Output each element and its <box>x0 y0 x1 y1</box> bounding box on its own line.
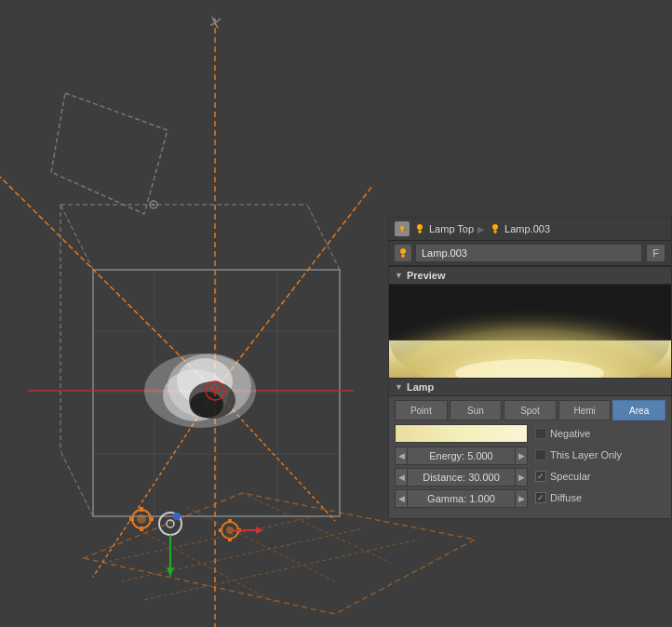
specular-checkbox[interactable] <box>535 471 546 482</box>
name-row: F <box>389 241 671 266</box>
breadcrumb-lamp-top: Lamp Top <box>413 222 474 235</box>
svg-rect-45 <box>140 527 143 531</box>
negative-checkbox[interactable] <box>535 428 546 439</box>
diffuse-label: Diffuse <box>550 492 582 503</box>
lamp-context-icon <box>395 221 410 236</box>
svg-rect-54 <box>219 528 222 532</box>
fake-user-button[interactable]: F <box>646 244 665 262</box>
svg-point-67 <box>492 224 498 230</box>
point-button[interactable]: Point <box>395 400 448 420</box>
lamp-arrow: ▼ <box>395 382 403 392</box>
negative-row: Negative <box>535 424 665 443</box>
properties-panel: Lamp Top ▶ Lamp.003 F ▼ Preview <box>388 217 672 519</box>
svg-point-64 <box>417 224 423 230</box>
distance-slider-row: ◀ Distance: 30.000 ▶ <box>395 468 528 487</box>
gamma-decrement[interactable]: ◀ <box>395 489 408 508</box>
distance-slider[interactable]: Distance: 30.000 <box>408 468 515 487</box>
breadcrumb-lamp-top-label: Lamp Top <box>429 223 474 234</box>
area-button[interactable]: Area <box>612 400 665 420</box>
svg-point-62 <box>400 226 404 230</box>
specular-label: Specular <box>550 471 590 482</box>
gamma-increment[interactable]: ▶ <box>515 489 528 508</box>
svg-point-43 <box>137 514 146 524</box>
distance-decrement[interactable]: ◀ <box>395 468 408 487</box>
energy-slider-row: ◀ Energy: 5.000 ▶ <box>395 447 528 465</box>
lamp-section-header[interactable]: ▼ Lamp <box>389 378 671 396</box>
svg-rect-53 <box>228 538 232 541</box>
gamma-slider[interactable]: Gamma: 1.000 <box>408 489 515 508</box>
energy-decrement[interactable]: ◀ <box>395 447 408 465</box>
svg-point-51 <box>226 527 234 534</box>
lamp-section-title: Lamp <box>407 381 434 393</box>
color-checkboxes-row: ◀ Energy: 5.000 ▶ ◀ Distance: 30.000 <box>395 424 665 511</box>
breadcrumb-lamp003: Lamp.003 <box>489 222 550 235</box>
lamp-icon-2 <box>489 222 502 235</box>
preview-arrow: ▼ <box>395 271 403 280</box>
energy-slider[interactable]: Energy: 5.000 <box>408 447 515 465</box>
this-layer-only-checkbox[interactable] <box>535 449 546 460</box>
color-picker[interactable] <box>395 424 528 443</box>
svg-rect-47 <box>149 517 154 521</box>
lamp-type-icon <box>395 245 411 261</box>
preview-section-header[interactable]: ▼ Preview <box>389 266 671 285</box>
lamp-name-input[interactable] <box>415 244 642 262</box>
breadcrumb-lamp003-label: Lamp.003 <box>504 223 550 234</box>
panel-breadcrumb: Lamp Top ▶ Lamp.003 <box>389 218 671 241</box>
energy-value: Energy: 5.000 <box>429 450 493 461</box>
preview-area <box>389 285 671 378</box>
svg-rect-44 <box>140 507 143 512</box>
svg-point-60 <box>173 513 181 520</box>
svg-point-70 <box>400 248 406 254</box>
breadcrumb-sep: ▶ <box>477 224 485 234</box>
sliders-container: ◀ Energy: 5.000 ▶ ◀ Distance: 30.000 <box>395 424 528 511</box>
svg-point-41 <box>153 204 155 207</box>
light-type-buttons: Point Sun Spot Hemi Area <box>395 400 665 420</box>
gamma-slider-row: ◀ Gamma: 1.000 ▶ <box>395 489 528 508</box>
this-layer-only-label: This Layer Only <box>550 449 622 460</box>
lamp-icon <box>413 222 426 235</box>
diffuse-checkbox[interactable] <box>535 492 546 503</box>
specular-row: Specular <box>535 467 665 486</box>
gamma-value: Gamma: 1.000 <box>427 493 495 504</box>
slider-rows: ◀ Energy: 5.000 ▶ ◀ Distance: 30.000 <box>395 447 528 511</box>
distance-increment[interactable]: ▶ <box>515 468 528 487</box>
sun-button[interactable]: Sun <box>450 400 503 420</box>
energy-increment[interactable]: ▶ <box>515 447 528 465</box>
hemi-button[interactable]: Hemi <box>558 400 612 420</box>
checkboxes-area: Negative This Layer Only Specular Diffus… <box>535 424 665 511</box>
distance-value: Distance: 30.000 <box>423 472 500 483</box>
negative-label: Negative <box>550 428 590 439</box>
this-layer-only-row: This Layer Only <box>535 446 665 464</box>
diffuse-row: Diffuse <box>535 488 665 507</box>
lamp-section-content: Point Sun Spot Hemi Area ◀ Energy: 5.000 <box>389 396 671 518</box>
preview-title: Preview <box>407 270 446 281</box>
svg-rect-46 <box>129 517 134 521</box>
svg-rect-52 <box>228 519 232 523</box>
spot-button[interactable]: Spot <box>504 400 557 420</box>
